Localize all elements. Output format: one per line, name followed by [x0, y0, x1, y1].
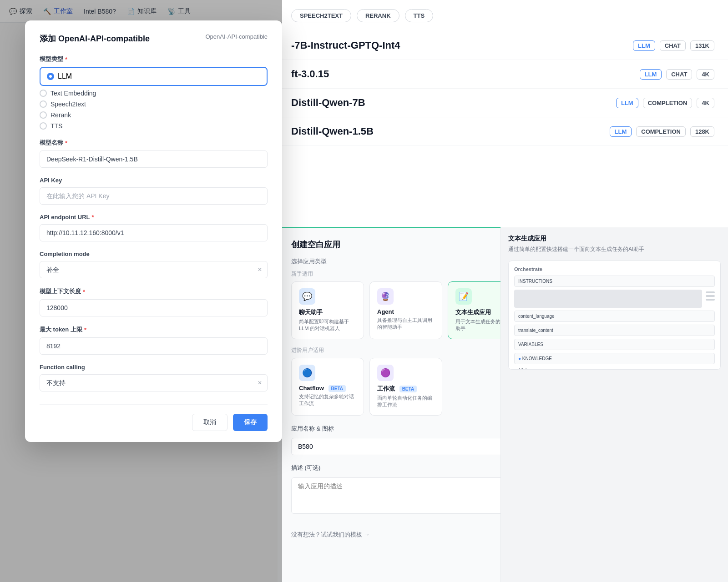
- api-key-section: API Key: [40, 177, 268, 205]
- translate-content-block: translate_content: [514, 325, 715, 336]
- model-row[interactable]: ft-3.0.15 LLM CHAT 4K: [278, 60, 728, 89]
- chatflow-beta-badge: BETA: [329, 385, 346, 392]
- api-endpoint-input[interactable]: [40, 224, 268, 241]
- modal-title: 添加 OpenAI-API-compatible: [40, 33, 150, 44]
- tags-bar: SPEECH2TEXT RERANK TTS: [278, 0, 728, 31]
- agent-icon: 🔮: [377, 288, 394, 305]
- required-indicator: *: [65, 56, 67, 63]
- function-calling-label: Function calling: [40, 364, 268, 371]
- radio-label-tts: TTS: [51, 122, 62, 130]
- completion-mode-section: Completion mode 补全: [40, 251, 268, 278]
- model-badge-llm-2: LLM: [640, 69, 662, 80]
- modal-cancel-button[interactable]: 取消: [192, 414, 228, 431]
- workflow-type-desc: 面向单轮自动化任务的编排工作流: [377, 395, 435, 409]
- chatflow-type-name: Chatflow BETA: [299, 385, 356, 391]
- workflow-beta-badge: BETA: [399, 386, 417, 392]
- api-endpoint-label: API endpoint URL *: [40, 214, 268, 221]
- required-indicator-2: *: [65, 140, 67, 146]
- radio-circle-llm: [47, 73, 54, 80]
- radio-tts[interactable]: TTS: [40, 122, 268, 130]
- model-badge-ctx-1: 131K: [690, 40, 714, 51]
- modal-footer: 取消 保存: [40, 404, 268, 431]
- function-calling-section: Function calling 不支持: [40, 364, 268, 391]
- model-row[interactable]: -7B-Instruct-GPTQ-Int4 LLM CHAT 131K: [278, 31, 728, 60]
- content-language-block: content_language: [514, 311, 715, 322]
- radio-label-embedding: Text Embedding: [51, 90, 96, 97]
- model-name-4: Distill-Qwen-1.5B: [291, 125, 605, 137]
- radio-speech2text[interactable]: Speech2text: [40, 100, 268, 108]
- radio-circle-embedding: [40, 90, 47, 97]
- thumb-desc: 通过简单的配置快速搭建一个面向文本生成任务的AI助手: [508, 246, 721, 253]
- model-name-input[interactable]: [40, 151, 268, 168]
- model-row[interactable]: Distill-Qwen-1.5B LLM COMPLETION 128K: [278, 117, 728, 146]
- orchestrate-label: Orchestrate: [514, 266, 715, 272]
- model-badge-ctx-4: 128K: [690, 126, 714, 137]
- completion-mode-label: Completion mode: [40, 251, 268, 257]
- chat-icon: 💬: [299, 288, 315, 305]
- app-type-agent[interactable]: 🔮 Agent 具备推理与自主工具调用的智能助手: [369, 281, 442, 339]
- variables-block: VARIABLES: [514, 339, 715, 350]
- model-type-label: 模型类型 *: [40, 55, 268, 63]
- model-name-section: 模型名称 *: [40, 139, 268, 168]
- api-key-input[interactable]: [40, 187, 268, 205]
- context-length-input[interactable]: [40, 299, 268, 316]
- agent-type-name: Agent: [377, 308, 435, 315]
- thumb-title: 文本生成应用: [508, 235, 721, 243]
- tag-tts[interactable]: TTS: [405, 9, 434, 22]
- radio-circle-speech2text: [40, 100, 47, 108]
- model-row[interactable]: Distill-Qwen-7B LLM COMPLETION 4K: [278, 89, 728, 117]
- required-indicator-3: *: [92, 214, 94, 221]
- model-name-1: -7B-Instruct-GPTQ-Int4: [291, 40, 628, 51]
- context-length-section: 模型上下文长度 *: [40, 287, 268, 316]
- chat-type-desc: 简单配置即可构建基于 LLM 的对话机器人: [299, 318, 356, 332]
- radio-label-rerank: Rerank: [51, 111, 71, 119]
- context-length-label: 模型上下文长度 *: [40, 287, 268, 296]
- model-list: -7B-Instruct-GPTQ-Int4 LLM CHAT 131K ft-…: [278, 31, 728, 146]
- function-calling-wrapper: 不支持: [40, 374, 268, 391]
- model-badge-ctx-3: 4K: [697, 98, 714, 108]
- template-link[interactable]: 没有想法？试试我们的模板 →: [291, 531, 370, 539]
- completion-mode-select[interactable]: 补全: [40, 261, 268, 278]
- workflow-icon: 🟣: [377, 365, 394, 381]
- chat-type-name: 聊天助手: [299, 308, 356, 316]
- api-key-label: API Key: [40, 177, 268, 184]
- model-badge-completion-4: COMPLETION: [636, 126, 686, 137]
- api-endpoint-section: API endpoint URL *: [40, 214, 268, 241]
- model-name-3: Distill-Qwen-7B: [291, 97, 612, 109]
- model-badge-llm-3: LLM: [616, 98, 638, 108]
- max-tokens-section: 最大 token 上限 *: [40, 326, 268, 355]
- radio-llm[interactable]: LLM: [40, 67, 268, 86]
- tag-rerank[interactable]: RERANK: [357, 9, 399, 22]
- tag-speech2text[interactable]: SPEECH2TEXT: [291, 9, 351, 22]
- text-gen-icon: 📝: [455, 288, 472, 305]
- app-type-workflow[interactable]: 🟣 工作流 BETA 面向单轮自动化任务的编排工作流: [369, 358, 442, 416]
- vision-label: Vision: [519, 368, 531, 370]
- required-indicator-5: *: [84, 326, 86, 333]
- instructions-block: INSTRUCTIONS: [514, 276, 715, 287]
- modal-save-button[interactable]: 保存: [233, 414, 268, 431]
- app-type-chat[interactable]: 💬 聊天助手 简单配置即可构建基于 LLM 的对话机器人: [291, 281, 364, 339]
- agent-type-desc: 具备推理与自主工具调用的智能助手: [377, 317, 435, 331]
- knowledge-block: ● KNOWLEDGE: [514, 353, 715, 364]
- modal-header: 添加 OpenAI-API-compatible OpenAI-API-comp…: [40, 33, 268, 44]
- model-badge-chat-1: CHAT: [660, 40, 686, 51]
- right-thumbnail-panel: 文本生成应用 通过简单的配置快速搭建一个面向文本生成任务的AI助手 Orches…: [500, 227, 728, 582]
- modal-subtitle: OpenAI-API-compatible: [205, 33, 268, 40]
- radio-text-embedding[interactable]: Text Embedding: [40, 90, 268, 97]
- model-type-section: 模型类型 * LLM Text Embedding Speech2text Re…: [40, 55, 268, 130]
- app-type-chatflow[interactable]: 🔵 Chatflow BETA 支持记忆的复杂多轮对话工作流: [291, 358, 364, 416]
- radio-label-speech2text: Speech2text: [51, 100, 86, 108]
- radio-circle-rerank: [40, 111, 47, 119]
- model-badge-llm-1: LLM: [633, 40, 655, 51]
- completion-mode-wrapper: 补全: [40, 261, 268, 278]
- function-calling-select[interactable]: 不支持: [40, 374, 268, 391]
- model-badge-completion-3: COMPLETION: [643, 98, 693, 108]
- max-tokens-label: 最大 token 上限 *: [40, 326, 268, 334]
- radio-label-llm: LLM: [58, 72, 72, 80]
- chatflow-type-desc: 支持记忆的复杂多轮对话工作流: [299, 393, 356, 407]
- max-tokens-input[interactable]: [40, 337, 268, 355]
- radio-circle-tts: [40, 122, 47, 130]
- add-model-modal: 添加 OpenAI-API-compatible OpenAI-API-comp…: [25, 20, 282, 442]
- radio-rerank[interactable]: Rerank: [40, 111, 268, 119]
- model-type-radio-group: LLM Text Embedding Speech2text Rerank TT…: [40, 67, 268, 130]
